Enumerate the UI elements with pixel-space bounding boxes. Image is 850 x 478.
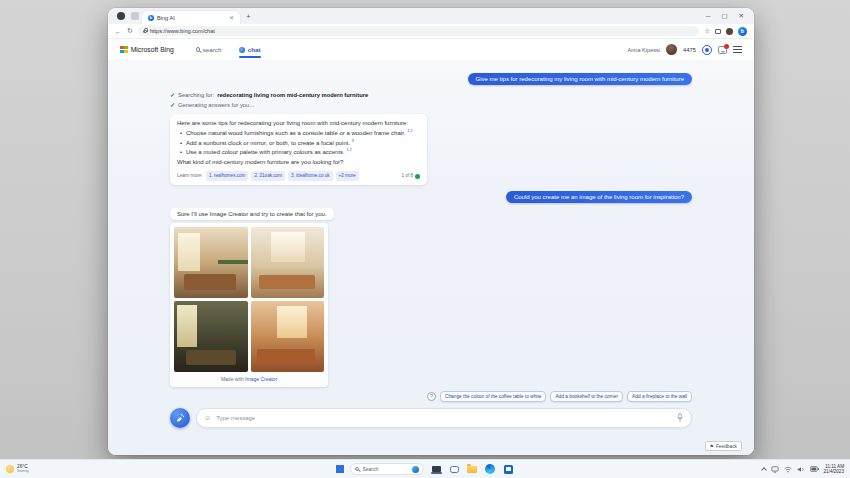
battery-icon[interactable] bbox=[810, 466, 819, 472]
taskbar-search[interactable]: Search bbox=[350, 463, 424, 475]
answer-question: What kind of mid-century modern furnitur… bbox=[177, 158, 420, 167]
edge-icon bbox=[485, 464, 495, 474]
minimize-button[interactable]: ─ bbox=[706, 12, 711, 20]
weather-widget[interactable]: 26°C Sunny bbox=[0, 464, 170, 474]
suggestion-chip[interactable]: Change the colour of the coffee table to… bbox=[440, 391, 546, 402]
status-generating: ✓ Generating answers for you... bbox=[170, 101, 692, 108]
maximize-button[interactable]: ▢ bbox=[721, 12, 727, 20]
citation-refs[interactable]: 1 2 bbox=[346, 148, 351, 152]
search-icon bbox=[355, 467, 359, 471]
tab-search-label: search bbox=[203, 46, 222, 53]
collections-icon[interactable] bbox=[715, 29, 721, 34]
new-topic-button[interactable] bbox=[170, 408, 190, 428]
store-button[interactable] bbox=[502, 463, 514, 475]
desktop: b Bing AI ✕ + ─ ▢ ✕ ← ↻ https://www.bing… bbox=[0, 0, 850, 478]
start-button[interactable] bbox=[336, 465, 345, 474]
taskbar-search-label: Search bbox=[362, 466, 409, 472]
help-icon[interactable]: ? bbox=[427, 392, 436, 401]
answer-bullet: Choose natural wood furnishings such as … bbox=[180, 129, 420, 138]
device-icon bbox=[432, 466, 441, 472]
pager-label: 1 of 8 bbox=[402, 172, 414, 179]
generating-label: Generating answers for you... bbox=[178, 102, 254, 108]
new-tab-button[interactable]: + bbox=[246, 12, 251, 21]
generated-image-3[interactable] bbox=[174, 301, 248, 372]
flag-icon: ⚑ bbox=[710, 444, 714, 449]
favorites-star-icon[interactable]: ☆ bbox=[704, 27, 710, 35]
answer-intro: Here are some tips for redecorating your… bbox=[177, 119, 420, 128]
image-creator-link[interactable]: Image Creator bbox=[245, 376, 277, 382]
chat-icon bbox=[239, 47, 245, 53]
tab-search[interactable]: search bbox=[196, 39, 222, 60]
wifi-icon[interactable] bbox=[784, 466, 792, 473]
volume-icon[interactable] bbox=[797, 466, 805, 473]
bing-favicon: b bbox=[148, 15, 154, 21]
microsoft-logo-icon bbox=[120, 46, 128, 54]
clock-widget[interactable]: 11:11 AM 21/4/2023 bbox=[824, 464, 844, 475]
generated-images-card: Made with Image Creator bbox=[170, 223, 328, 387]
source-chip[interactable]: 2. 21oak.com bbox=[251, 171, 285, 180]
citation-refs[interactable]: 3 bbox=[352, 139, 354, 143]
answer-bullet: Use a muted colour palette with primary … bbox=[180, 148, 420, 157]
account-avatar[interactable] bbox=[666, 44, 677, 55]
rewards-points[interactable]: 4475 bbox=[683, 47, 696, 53]
store-icon bbox=[504, 465, 513, 474]
source-chip[interactable]: 3. idealhome.co.uk bbox=[288, 171, 333, 180]
source-chip[interactable]: +2 more bbox=[336, 171, 359, 180]
back-icon[interactable]: ← bbox=[115, 28, 122, 35]
clock-date: 21/4/2023 bbox=[824, 469, 844, 474]
tab-chat-label: chat bbox=[248, 46, 261, 53]
chat-bubble-icon bbox=[450, 466, 459, 473]
learn-more-label: Learn more: bbox=[177, 172, 203, 179]
bing-brand[interactable]: Microsoft Bing bbox=[131, 46, 174, 53]
read-aloud-icon[interactable] bbox=[415, 174, 420, 179]
check-icon: ✓ bbox=[170, 101, 175, 108]
emoji-icon[interactable]: ☺ bbox=[204, 414, 211, 421]
browser-avatar[interactable] bbox=[726, 28, 733, 35]
browser-window: b Bing AI ✕ + ─ ▢ ✕ ← ↻ https://www.bing… bbox=[108, 8, 754, 455]
tray-chevron-icon[interactable] bbox=[761, 467, 767, 473]
account-name[interactable]: Anna Kipessi bbox=[627, 47, 660, 53]
teams-chat-button[interactable] bbox=[448, 463, 460, 475]
tab-chat[interactable]: chat bbox=[239, 39, 260, 60]
source-chip[interactable]: 1. realhomes.com bbox=[206, 171, 249, 180]
workspaces-icon[interactable] bbox=[131, 12, 139, 20]
status-searching: ✓ Searching for: redecorating living roo… bbox=[170, 91, 692, 98]
bing-discover-icon[interactable]: b bbox=[738, 27, 747, 36]
user-message-2: Could you create me an image of the livi… bbox=[506, 191, 692, 203]
check-icon: ✓ bbox=[170, 91, 175, 98]
suggestion-chip[interactable]: Add a fireplace to the wall bbox=[627, 391, 692, 402]
answer-card: Here are some tips for redecorating your… bbox=[170, 114, 427, 185]
broom-icon bbox=[175, 413, 185, 423]
address-bar[interactable]: https://www.bing.com/chat bbox=[138, 26, 699, 36]
edge-button[interactable] bbox=[484, 463, 496, 475]
browser-titlebar: b Bing AI ✕ + ─ ▢ ✕ bbox=[108, 8, 754, 24]
browser-profile-icon[interactable] bbox=[117, 12, 125, 20]
url-text: https://www.bing.com/chat bbox=[150, 28, 215, 34]
rewards-medal-icon[interactable] bbox=[702, 45, 712, 55]
feedback-button[interactable]: ⚑ Feedback bbox=[705, 441, 742, 451]
task-view-button[interactable] bbox=[430, 463, 442, 475]
browser-toolbar: ← ↻ https://www.bing.com/chat ☆ b bbox=[108, 24, 754, 39]
microphone-icon[interactable] bbox=[676, 413, 684, 422]
chat-history-icon[interactable] bbox=[718, 46, 727, 54]
suggestion-chip[interactable]: Add a bookshelf to the corner bbox=[550, 391, 623, 402]
answer-bullet: Add a sunburst clock or mirror, or both,… bbox=[180, 139, 420, 148]
message-input-container[interactable]: ☺ bbox=[196, 408, 692, 428]
generated-image-1[interactable] bbox=[174, 227, 248, 298]
browser-tab[interactable]: b Bing AI ✕ bbox=[142, 11, 240, 24]
generated-image-2[interactable] bbox=[251, 227, 325, 298]
generated-image-4[interactable] bbox=[251, 301, 325, 372]
monitor-icon[interactable] bbox=[771, 466, 779, 473]
sun-icon bbox=[6, 465, 14, 473]
user-message-1: Give me tips for redecorating my living … bbox=[468, 73, 692, 85]
close-tab-icon[interactable]: ✕ bbox=[229, 14, 234, 21]
close-button[interactable]: ✕ bbox=[739, 12, 744, 20]
weather-condition: Sunny bbox=[17, 469, 29, 474]
notification-badge bbox=[724, 44, 729, 49]
hamburger-menu-icon[interactable] bbox=[733, 46, 742, 53]
refresh-icon[interactable]: ↻ bbox=[127, 27, 133, 35]
chat-area: Give me tips for redecorating my living … bbox=[108, 60, 754, 455]
message-input[interactable] bbox=[216, 415, 671, 421]
file-explorer-button[interactable] bbox=[466, 463, 478, 475]
citation-refs[interactable]: 1 2 bbox=[407, 129, 412, 133]
